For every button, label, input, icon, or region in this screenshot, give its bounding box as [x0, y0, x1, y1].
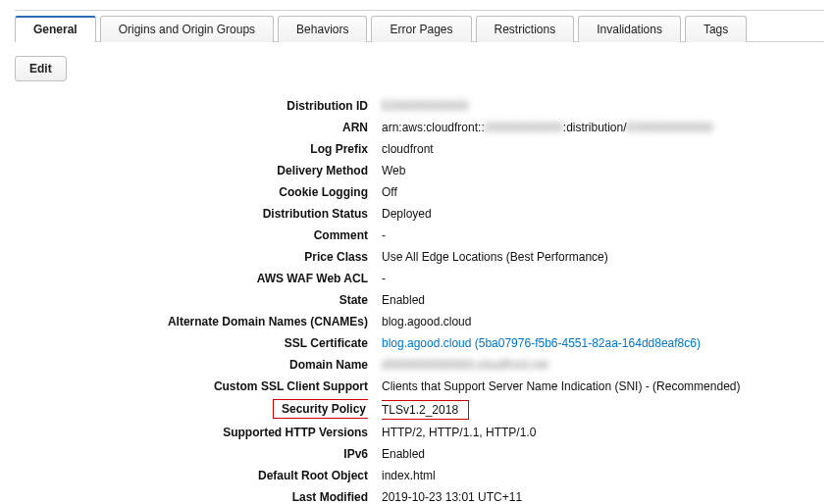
label-comment: Comment	[15, 227, 368, 245]
value-domain-name: d0000000000000.cloudfront.net	[382, 356, 824, 375]
tab-tags[interactable]: Tags	[685, 16, 747, 42]
panel-top-border	[15, 10, 824, 11]
label-state: State	[15, 291, 368, 310]
value-state: Enabled	[382, 291, 824, 310]
value-log-prefix: cloudfront	[382, 140, 824, 159]
value-default-root-object: index.html	[382, 467, 824, 485]
value-aws-waf-web-acl: -	[382, 270, 824, 288]
value-arn: arn:aws:cloudfront::000000000000:distrib…	[382, 119, 824, 137]
tab-bar: General Origins and Origin Groups Behavi…	[15, 15, 824, 42]
label-supported-http: Supported HTTP Versions	[15, 424, 368, 442]
value-supported-http: HTTP/2, HTTP/1.1, HTTP/1.0	[382, 424, 824, 442]
distribution-details: Distribution ID E000000000000 ARN arn:aw…	[15, 97, 824, 504]
label-distribution-status: Distribution Status	[15, 205, 368, 224]
tab-error-pages[interactable]: Error Pages	[371, 16, 471, 42]
tab-general[interactable]: General	[15, 16, 96, 42]
tab-behaviors[interactable]: Behaviors	[278, 16, 367, 42]
label-delivery-method: Delivery Method	[15, 162, 368, 180]
label-default-root-object: Default Root Object	[15, 467, 368, 485]
value-price-class: Use All Edge Locations (Best Performance…	[382, 248, 824, 267]
label-aws-waf-web-acl: AWS WAF Web ACL	[15, 270, 368, 288]
label-price-class: Price Class	[15, 248, 368, 267]
label-log-prefix: Log Prefix	[15, 140, 368, 159]
label-security-policy: Security Policy	[273, 399, 368, 419]
value-alt-domain-names: blog.agood.cloud	[382, 313, 824, 331]
ssl-certificate-link[interactable]: blog.agood.cloud (5ba07976-f5b6-4551-82a…	[382, 336, 701, 350]
label-domain-name: Domain Name	[15, 356, 368, 375]
label-ipv6: IPv6	[15, 445, 368, 464]
value-last-modified: 2019-10-23 13:01 UTC+11	[382, 488, 824, 504]
label-arn: ARN	[15, 119, 368, 137]
label-custom-ssl-client: Custom SSL Client Support	[15, 378, 368, 396]
label-cookie-logging: Cookie Logging	[15, 183, 368, 202]
value-distribution-status: Deployed	[382, 205, 824, 224]
value-delivery-method: Web	[382, 162, 824, 180]
value-custom-ssl-client: Clients that Support Server Name Indicat…	[382, 378, 824, 396]
label-distribution-id: Distribution ID	[15, 97, 368, 116]
value-cookie-logging: Off	[382, 183, 824, 202]
value-distribution-id: E000000000000	[382, 97, 824, 116]
value-ssl-certificate: blog.agood.cloud (5ba07976-f5b6-4551-82a…	[382, 334, 824, 353]
value-ipv6: Enabled	[382, 445, 824, 464]
value-comment: -	[382, 227, 824, 245]
tab-restrictions[interactable]: Restrictions	[476, 16, 575, 42]
label-last-modified: Last Modified	[15, 488, 368, 504]
tab-invalidations[interactable]: Invalidations	[578, 16, 681, 42]
value-security-policy: TLSv1.2_2018	[382, 399, 824, 421]
tab-origins[interactable]: Origins and Origin Groups	[100, 16, 274, 42]
edit-button[interactable]: Edit	[15, 56, 67, 81]
label-alt-domain-names: Alternate Domain Names (CNAMEs)	[15, 313, 368, 331]
label-ssl-certificate: SSL Certificate	[15, 334, 368, 353]
